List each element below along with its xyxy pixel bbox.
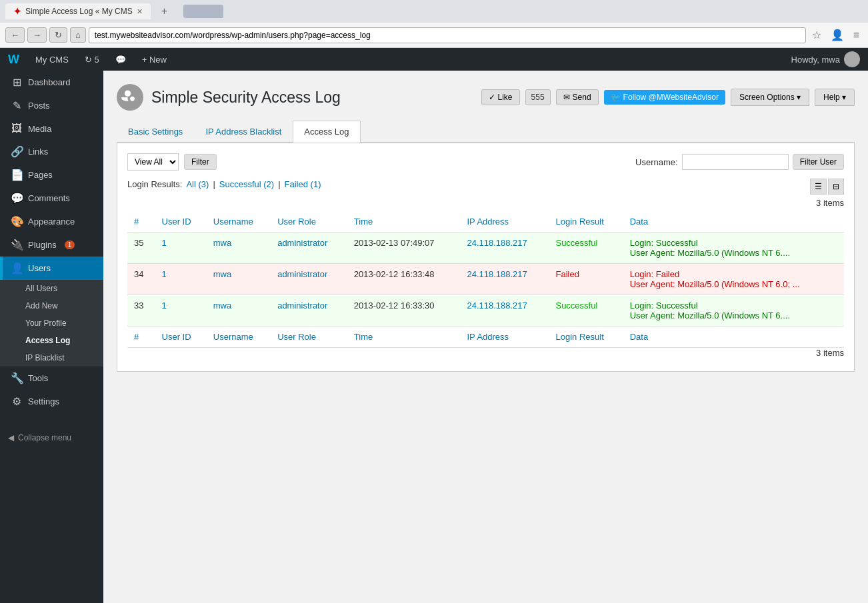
menu-button[interactable]: ≡ [850,27,863,43]
new-tab-button[interactable]: + [156,3,173,20]
tab-favicon-icon: ✦ [13,6,21,17]
cell-user-id: 1 [155,233,207,264]
browser-tab[interactable]: ✦ Simple Access Log « My CMS ✕ [5,3,151,19]
user-id-link[interactable]: 1 [162,301,167,310]
wp-logo[interactable]: W [0,48,27,71]
col-login-result[interactable]: Login Result [549,211,623,233]
sidebar-submenu-all-users[interactable]: All Users [0,280,103,297]
foot-col-user-role[interactable]: User Role [271,326,347,348]
page-icon [117,84,143,111]
tab-access-log[interactable]: Access Log [293,121,360,143]
back-button[interactable]: ← [5,27,25,43]
col-data: Data [623,211,844,233]
cell-data: Login: FailedUser Agent: Mozilla/5.0 (Wi… [623,264,844,295]
sidebar-label-tools: Tools [28,373,48,383]
address-bar[interactable] [89,27,806,43]
view-all-select[interactable]: View All [127,153,179,171]
filter-bar: View All Filter Username: Filter User [127,153,844,171]
failed-results-link[interactable]: Failed (1) [285,179,321,189]
username-link[interactable]: mwa [213,301,231,310]
user-id-link[interactable]: 1 [162,238,167,248]
sidebar-item-pages[interactable]: 📄 Pages [0,163,103,187]
sidebar-item-plugins[interactable]: 🔌 Plugins 1 [0,233,103,257]
admin-bar-howdy: Howdy, mwa [783,51,868,67]
tab-close-button[interactable]: ✕ [137,7,143,16]
sidebar-label-users: Users [28,263,51,273]
admin-bar-refresh[interactable]: ↻ 5 [77,48,107,71]
list-view-button[interactable]: ☰ [810,179,827,195]
sidebar-submenu-your-profile[interactable]: Your Profile [0,314,103,332]
refresh-button[interactable]: ↻ [49,27,67,43]
ip-link[interactable]: 24.118.188.217 [467,238,527,248]
sidebar-item-media[interactable]: 🖼 Media [0,117,103,140]
username-link[interactable]: mwa [213,269,231,279]
col-user-role[interactable]: User Role [271,211,347,233]
screen-options-button[interactable]: Screen Options ▾ [731,89,809,106]
follow-button[interactable]: 🐦 Follow @MWebsiteAdvisor [604,90,725,105]
foot-col-time[interactable]: Time [347,326,461,348]
sidebar-label-plugins: Plugins [28,240,57,250]
like-count: 555 [525,89,551,105]
successful-results-link[interactable]: Successful (2) [219,179,274,189]
ip-link[interactable]: 24.118.188.217 [467,269,527,279]
forward-button[interactable]: → [27,27,47,43]
wp-sidebar: ⊞ Dashboard ✎ Posts 🖼 Media 🔗 Links 📄 Pa… [0,71,103,603]
sidebar-item-appearance[interactable]: 🎨 Appearance [0,210,103,233]
col-username[interactable]: Username [207,211,271,233]
sidebar-item-users[interactable]: 👤 Users [0,257,103,280]
sidebar-item-links[interactable]: 🔗 Links [0,140,103,163]
user-id-link[interactable]: 1 [162,269,167,279]
foot-col-login-result[interactable]: Login Result [549,326,623,348]
sidebar-label-comments: Comments [28,193,70,203]
foot-col-username[interactable]: Username [207,326,271,348]
sidebar-submenu-ip-blacklist[interactable]: IP Blacklist [0,349,103,366]
username-label: Username: [635,157,678,167]
send-button[interactable]: ✉ Send [556,89,599,105]
filter-user-button[interactable]: Filter User [793,154,844,170]
all-results-link[interactable]: All (3) [186,179,209,189]
sidebar-label-dashboard: Dashboard [28,77,71,87]
tab-ip-blacklist[interactable]: IP Address Blacklist [194,121,293,142]
user-role-link[interactable]: administrator [277,301,327,310]
plugins-icon: 🔌 [11,239,23,251]
cell-user-id: 1 [155,295,207,326]
grid-view-button[interactable]: ⊟ [828,179,844,195]
admin-bar-new[interactable]: + New [134,48,175,71]
profile-button[interactable]: 👤 [827,27,847,43]
like-button[interactable]: ✓ Like [481,89,520,105]
cell-user-role: administrator [271,264,347,295]
username-input[interactable] [682,154,789,170]
twitter-icon: 🐦 [611,93,621,102]
sidebar-item-dashboard[interactable]: ⊞ Dashboard [0,71,103,94]
username-link[interactable]: mwa [213,238,231,248]
admin-bar-site-name[interactable]: My CMS [27,48,77,71]
sidebar-item-tools[interactable]: 🔧 Tools [0,366,103,390]
foot-col-ip[interactable]: IP Address [460,326,549,348]
col-time[interactable]: Time [347,211,461,233]
page-title-area: Simple Security Access Log [117,84,341,111]
sidebar-item-posts[interactable]: ✎ Posts [0,94,103,117]
sidebar-item-settings[interactable]: ⚙ Settings [0,390,103,413]
user-role-link[interactable]: administrator [277,238,327,248]
tab-basic-settings[interactable]: Basic Settings [117,121,194,142]
col-ip[interactable]: IP Address [460,211,549,233]
sidebar-submenu-add-new[interactable]: Add New [0,297,103,314]
svg-point-0 [125,91,131,97]
login-results-label: Login Results: [127,179,182,189]
sidebar-label-links: Links [28,147,48,157]
sidebar-submenu-access-log[interactable]: Access Log [0,332,103,349]
foot-col-data: Data [623,326,844,348]
cell-result: Successful [549,295,623,326]
tools-icon: 🔧 [11,372,23,384]
admin-bar-comments[interactable]: 💬 [107,48,134,71]
bookmark-button[interactable]: ☆ [809,27,825,43]
foot-col-user-id[interactable]: User ID [155,326,207,348]
home-button[interactable]: ⌂ [70,27,86,43]
filter-button[interactable]: Filter [184,154,217,170]
user-role-link[interactable]: administrator [277,269,327,279]
ip-link[interactable]: 24.118.188.217 [467,301,527,310]
collapse-menu-button[interactable]: ◀ Collapse menu [0,426,103,449]
col-user-id[interactable]: User ID [155,211,207,233]
help-button[interactable]: Help ▾ [815,89,855,106]
sidebar-item-comments[interactable]: 💬 Comments [0,187,103,210]
